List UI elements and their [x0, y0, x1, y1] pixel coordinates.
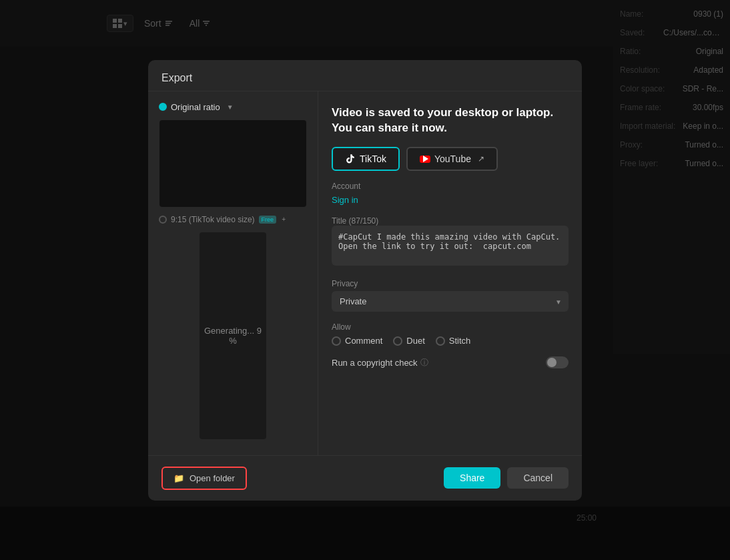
duet-label: Duet	[406, 336, 424, 346]
youtube-button[interactable]: YouTube ↗	[406, 147, 498, 171]
copyright-section: Run a copyright check ⓘ	[332, 356, 569, 368]
ratio-radio-original	[159, 103, 167, 111]
tiktok-icon	[345, 154, 356, 164]
title-label: Title (87/150)	[332, 216, 569, 226]
privacy-select[interactable]: Private Public Friends	[332, 291, 569, 312]
platform-buttons: TikTok YouTube ↗	[332, 147, 569, 171]
export-modal: Export Original ratio ▼ 9:15 (TikTok vid…	[148, 60, 582, 501]
cancel-button[interactable]: Cancel	[507, 467, 569, 489]
stitch-checkbox-item[interactable]: Stitch	[436, 336, 471, 346]
stitch-label: Stitch	[449, 336, 471, 346]
account-label: Account	[332, 182, 569, 191]
tiktok-button[interactable]: TikTok	[332, 147, 400, 171]
modal-left-panel: Original ratio ▼ 9:15 (TikTok video size…	[148, 91, 318, 455]
youtube-play-icon	[423, 156, 428, 162]
preview-video	[159, 120, 306, 207]
modal-footer: 📁 Open folder Share Cancel	[148, 455, 582, 501]
modal-body: Original ratio ▼ 9:15 (TikTok video size…	[148, 91, 582, 455]
size-label: 9:15 (TikTok video size)	[171, 215, 255, 224]
generating-text: Generating... 9 %	[200, 326, 266, 346]
youtube-label: YouTube	[434, 154, 471, 164]
allow-checkboxes: Comment Duet Stitch	[332, 336, 569, 346]
size-selector[interactable]: 9:15 (TikTok video size) Free +	[159, 215, 307, 224]
ratio-dropdown-arrow-icon: ▼	[227, 103, 234, 111]
modal-header: Export	[148, 60, 582, 91]
size-radio	[159, 216, 167, 224]
folder-icon: 📁	[173, 473, 184, 483]
allow-label: Allow	[332, 322, 569, 332]
account-section: Account Sign in	[332, 182, 569, 206]
copyright-label: Run a copyright check ⓘ	[332, 357, 428, 368]
open-folder-label: Open folder	[190, 473, 235, 483]
copyright-toggle[interactable]	[546, 356, 569, 368]
footer-actions: Share Cancel	[444, 467, 569, 489]
save-message: Video is saved to your desktop or laptop…	[332, 105, 569, 137]
info-icon: ⓘ	[420, 357, 428, 368]
toggle-thumb	[547, 358, 557, 367]
modal-title: Export	[161, 72, 192, 83]
comment-checkbox[interactable]	[332, 336, 341, 346]
comment-checkbox-item[interactable]: Comment	[332, 336, 382, 346]
duet-checkbox-item[interactable]: Duet	[393, 336, 424, 346]
stitch-checkbox[interactable]	[436, 336, 445, 346]
title-input[interactable]	[332, 226, 569, 266]
tiktok-label: TikTok	[360, 154, 386, 164]
privacy-section: Privacy Private Public Friends ▼	[332, 279, 569, 312]
privacy-select-wrapper: Private Public Friends ▼	[332, 291, 569, 312]
preview-portrait: Generating... 9 %	[200, 232, 266, 439]
size-expand-icon: +	[282, 216, 286, 223]
ratio-selector-label: Original ratio	[171, 102, 220, 112]
ratio-selector[interactable]: Original ratio ▼	[159, 102, 307, 112]
allow-section: Allow Comment Duet Stitch	[332, 322, 569, 346]
youtube-icon	[420, 156, 430, 163]
comment-label: Comment	[345, 336, 382, 346]
cancel-label: Cancel	[523, 473, 553, 483]
free-badge: Free	[259, 216, 277, 224]
title-section: Title (87/150)	[332, 216, 569, 268]
privacy-label: Privacy	[332, 279, 569, 288]
share-label: Share	[460, 473, 484, 483]
duet-checkbox[interactable]	[393, 336, 402, 346]
modal-overlay: Export Original ratio ▼ 9:15 (TikTok vid…	[0, 0, 730, 560]
external-link-icon: ↗	[478, 154, 484, 164]
sign-in-link[interactable]: Sign in	[332, 195, 358, 205]
copyright-text: Run a copyright check	[332, 358, 418, 368]
open-folder-button[interactable]: 📁 Open folder	[161, 467, 247, 490]
share-button[interactable]: Share	[444, 467, 500, 489]
modal-right-panel: Video is saved to your desktop or laptop…	[318, 91, 582, 455]
